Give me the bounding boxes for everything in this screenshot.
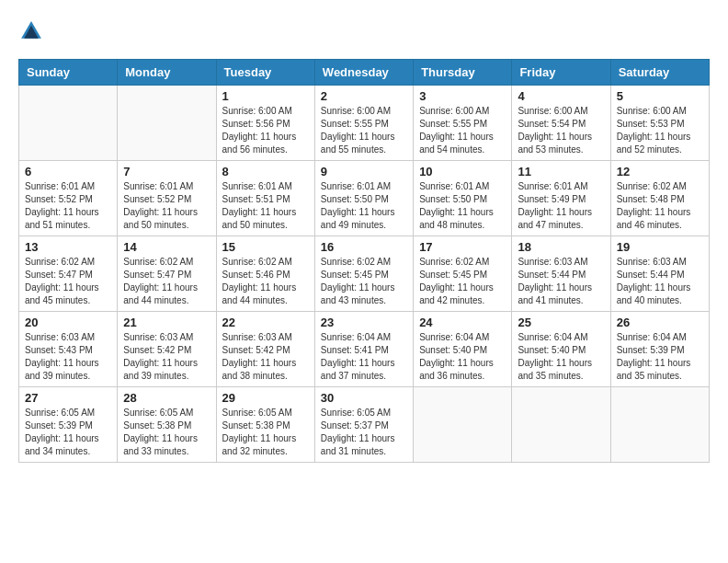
day-number: 27 (25, 391, 111, 405)
day-number: 10 (419, 165, 506, 178)
calendar-cell (118, 86, 216, 161)
day-info: Sunrise: 6:02 AM Sunset: 5:45 PM Dayligh… (419, 256, 506, 307)
calendar-cell: 7Sunrise: 6:01 AM Sunset: 5:52 PM Daylig… (118, 161, 216, 236)
calendar-cell: 22Sunrise: 6:03 AM Sunset: 5:42 PM Dayli… (216, 312, 314, 387)
calendar-week-row: 20Sunrise: 6:03 AM Sunset: 5:43 PM Dayli… (19, 312, 710, 387)
calendar-cell (19, 86, 118, 161)
weekday-header-thursday: Thursday (414, 60, 512, 86)
weekday-header-sunday: Sunday (19, 60, 118, 86)
day-info: Sunrise: 6:02 AM Sunset: 5:48 PM Dayligh… (617, 180, 703, 232)
day-number: 13 (25, 240, 111, 254)
calendar-header-row: SundayMondayTuesdayWednesdayThursdayFrid… (19, 60, 710, 86)
day-number: 1 (222, 89, 309, 103)
day-number: 22 (222, 316, 309, 329)
weekday-header-tuesday: Tuesday (216, 60, 314, 86)
day-number: 4 (518, 89, 604, 103)
logo-icon (18, 18, 44, 44)
calendar-cell: 16Sunrise: 6:02 AM Sunset: 5:45 PM Dayli… (314, 236, 413, 312)
calendar-cell: 29Sunrise: 6:05 AM Sunset: 5:38 PM Dayli… (216, 387, 314, 463)
day-number: 11 (518, 165, 604, 178)
calendar-week-row: 13Sunrise: 6:02 AM Sunset: 5:47 PM Dayli… (19, 236, 710, 312)
day-number: 23 (321, 316, 407, 329)
calendar-week-row: 1Sunrise: 6:00 AM Sunset: 5:56 PM Daylig… (19, 86, 710, 161)
day-info: Sunrise: 6:00 AM Sunset: 5:55 PM Dayligh… (419, 105, 506, 156)
calendar-cell: 10Sunrise: 6:01 AM Sunset: 5:50 PM Dayli… (414, 161, 512, 236)
day-info: Sunrise: 6:01 AM Sunset: 5:50 PM Dayligh… (419, 180, 506, 232)
day-info: Sunrise: 6:03 AM Sunset: 5:42 PM Dayligh… (123, 331, 210, 383)
calendar-week-row: 6Sunrise: 6:01 AM Sunset: 5:52 PM Daylig… (19, 161, 710, 236)
day-number: 24 (419, 316, 506, 329)
day-number: 7 (123, 165, 210, 178)
day-number: 15 (222, 240, 309, 254)
day-number: 25 (518, 316, 604, 329)
calendar-cell: 4Sunrise: 6:00 AM Sunset: 5:54 PM Daylig… (512, 86, 610, 161)
calendar-cell: 13Sunrise: 6:02 AM Sunset: 5:47 PM Dayli… (19, 236, 118, 312)
day-number: 17 (419, 240, 506, 254)
day-number: 18 (518, 240, 604, 254)
calendar-cell: 24Sunrise: 6:04 AM Sunset: 5:40 PM Dayli… (414, 312, 512, 387)
day-info: Sunrise: 6:05 AM Sunset: 5:37 PM Dayligh… (321, 407, 407, 458)
day-number: 3 (419, 89, 506, 103)
day-info: Sunrise: 6:03 AM Sunset: 5:44 PM Dayligh… (617, 256, 703, 307)
calendar-cell: 19Sunrise: 6:03 AM Sunset: 5:44 PM Dayli… (610, 236, 709, 312)
day-info: Sunrise: 6:04 AM Sunset: 5:40 PM Dayligh… (518, 331, 604, 383)
day-number: 2 (321, 89, 407, 103)
calendar-cell: 30Sunrise: 6:05 AM Sunset: 5:37 PM Dayli… (314, 387, 413, 463)
day-info: Sunrise: 6:03 AM Sunset: 5:43 PM Dayligh… (25, 331, 111, 383)
calendar-cell: 11Sunrise: 6:01 AM Sunset: 5:49 PM Dayli… (512, 161, 610, 236)
day-number: 26 (617, 316, 703, 329)
day-info: Sunrise: 6:05 AM Sunset: 5:39 PM Dayligh… (25, 407, 111, 458)
calendar-cell (414, 387, 512, 463)
calendar-cell: 8Sunrise: 6:01 AM Sunset: 5:51 PM Daylig… (216, 161, 314, 236)
calendar-cell: 17Sunrise: 6:02 AM Sunset: 5:45 PM Dayli… (414, 236, 512, 312)
calendar-cell: 18Sunrise: 6:03 AM Sunset: 5:44 PM Dayli… (512, 236, 610, 312)
calendar-cell: 1Sunrise: 6:00 AM Sunset: 5:56 PM Daylig… (216, 86, 314, 161)
day-info: Sunrise: 6:01 AM Sunset: 5:51 PM Dayligh… (222, 180, 309, 232)
day-info: Sunrise: 6:01 AM Sunset: 5:49 PM Dayligh… (518, 180, 604, 232)
day-number: 20 (25, 316, 111, 329)
calendar-cell: 27Sunrise: 6:05 AM Sunset: 5:39 PM Dayli… (19, 387, 118, 463)
calendar-cell: 9Sunrise: 6:01 AM Sunset: 5:50 PM Daylig… (314, 161, 413, 236)
day-info: Sunrise: 6:02 AM Sunset: 5:46 PM Dayligh… (222, 256, 309, 307)
day-info: Sunrise: 6:01 AM Sunset: 5:52 PM Dayligh… (123, 180, 210, 232)
day-info: Sunrise: 6:02 AM Sunset: 5:47 PM Dayligh… (25, 256, 111, 307)
calendar-cell: 12Sunrise: 6:02 AM Sunset: 5:48 PM Dayli… (610, 161, 709, 236)
day-info: Sunrise: 6:05 AM Sunset: 5:38 PM Dayligh… (222, 407, 309, 458)
day-info: Sunrise: 6:03 AM Sunset: 5:42 PM Dayligh… (222, 331, 309, 383)
day-number: 19 (617, 240, 703, 254)
calendar-cell: 28Sunrise: 6:05 AM Sunset: 5:38 PM Dayli… (118, 387, 216, 463)
calendar-cell: 2Sunrise: 6:00 AM Sunset: 5:55 PM Daylig… (314, 86, 413, 161)
day-info: Sunrise: 6:00 AM Sunset: 5:53 PM Dayligh… (617, 105, 703, 156)
day-number: 9 (321, 165, 407, 178)
day-info: Sunrise: 6:00 AM Sunset: 5:54 PM Dayligh… (518, 105, 604, 156)
calendar-cell: 6Sunrise: 6:01 AM Sunset: 5:52 PM Daylig… (19, 161, 118, 236)
day-info: Sunrise: 6:05 AM Sunset: 5:38 PM Dayligh… (123, 407, 210, 458)
calendar-cell: 14Sunrise: 6:02 AM Sunset: 5:47 PM Dayli… (118, 236, 216, 312)
calendar-cell: 3Sunrise: 6:00 AM Sunset: 5:55 PM Daylig… (414, 86, 512, 161)
calendar-cell: 5Sunrise: 6:00 AM Sunset: 5:53 PM Daylig… (610, 86, 709, 161)
calendar-cell: 25Sunrise: 6:04 AM Sunset: 5:40 PM Dayli… (512, 312, 610, 387)
weekday-header-friday: Friday (512, 60, 610, 86)
calendar-cell: 26Sunrise: 6:04 AM Sunset: 5:39 PM Dayli… (610, 312, 709, 387)
day-info: Sunrise: 6:02 AM Sunset: 5:47 PM Dayligh… (123, 256, 210, 307)
calendar-table: SundayMondayTuesdayWednesdayThursdayFrid… (18, 59, 710, 463)
day-info: Sunrise: 6:04 AM Sunset: 5:39 PM Dayligh… (617, 331, 703, 383)
day-number: 16 (321, 240, 407, 254)
day-info: Sunrise: 6:02 AM Sunset: 5:45 PM Dayligh… (321, 256, 407, 307)
day-info: Sunrise: 6:01 AM Sunset: 5:52 PM Dayligh… (25, 180, 111, 232)
day-number: 29 (222, 391, 309, 405)
day-info: Sunrise: 6:01 AM Sunset: 5:50 PM Dayligh… (321, 180, 407, 232)
page-header (18, 18, 710, 44)
calendar-cell: 15Sunrise: 6:02 AM Sunset: 5:46 PM Dayli… (216, 236, 314, 312)
day-number: 21 (123, 316, 210, 329)
calendar-cell: 21Sunrise: 6:03 AM Sunset: 5:42 PM Dayli… (118, 312, 216, 387)
day-number: 12 (617, 165, 703, 178)
weekday-header-monday: Monday (118, 60, 216, 86)
logo (18, 18, 46, 44)
day-number: 6 (25, 165, 111, 178)
calendar-cell: 23Sunrise: 6:04 AM Sunset: 5:41 PM Dayli… (314, 312, 413, 387)
day-number: 5 (617, 89, 703, 103)
calendar-cell (512, 387, 610, 463)
calendar-cell: 20Sunrise: 6:03 AM Sunset: 5:43 PM Dayli… (19, 312, 118, 387)
calendar-cell (610, 387, 709, 463)
